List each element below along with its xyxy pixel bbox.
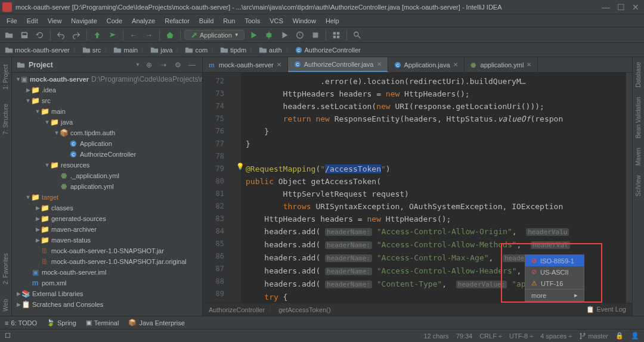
tool-web[interactable]: Web bbox=[2, 294, 9, 316]
tree-app-yml[interactable]: ⬣application.yml bbox=[12, 181, 202, 192]
encoding-option-ascii[interactable]: ⊘US-ASCII bbox=[525, 266, 584, 278]
tab-authorize-controller[interactable]: CAuthorizeController.java✕ bbox=[288, 57, 388, 72]
stop-button[interactable] bbox=[309, 29, 322, 42]
tool-sciview[interactable]: SciView bbox=[633, 170, 644, 201]
tree-generated-sources[interactable]: ▶📁generated-sources bbox=[12, 213, 202, 224]
tool-database[interactable]: Database bbox=[633, 57, 644, 92]
tree-application[interactable]: CApplication bbox=[12, 138, 202, 149]
tree-pkg[interactable]: ▼📦com.tipdm.auth bbox=[12, 128, 202, 138]
encoding-more[interactable]: more▸ bbox=[525, 289, 584, 301]
tree-scratches[interactable]: ▶📋Scratches and Consoles bbox=[12, 299, 202, 310]
save-all-button[interactable] bbox=[18, 29, 31, 42]
menu-view[interactable]: View bbox=[44, 16, 66, 26]
status-git-branch[interactable]: master bbox=[579, 332, 608, 340]
status-line-ending[interactable]: CRLF ÷ bbox=[479, 332, 502, 340]
status-encoding[interactable]: UTF-8 ÷ bbox=[509, 332, 533, 340]
run-button[interactable] bbox=[247, 29, 260, 42]
locate-icon[interactable]: ⊕ bbox=[144, 60, 154, 70]
tree-classes[interactable]: ▶📁classes bbox=[12, 203, 202, 213]
structure-button[interactable] bbox=[330, 29, 343, 42]
settings-icon[interactable]: ⚙ bbox=[172, 60, 183, 70]
collapse-icon[interactable]: ⇢ bbox=[158, 60, 169, 70]
bc-tipdm[interactable]: tipdm bbox=[220, 46, 246, 54]
tree-app-yml-hidden[interactable]: ⬣._application.yml bbox=[12, 170, 202, 181]
tool-structure[interactable]: 7: Structure bbox=[2, 99, 9, 139]
menu-window[interactable]: Window bbox=[289, 16, 320, 26]
close-icon[interactable]: ✕ bbox=[453, 61, 458, 68]
tree-jar1[interactable]: 🗎mock-oauth-server-1.0-SNAPSHOT.jar bbox=[12, 245, 202, 256]
menu-analyze[interactable]: Analyze bbox=[128, 16, 159, 26]
coverage-button[interactable] bbox=[278, 29, 291, 42]
eb-method[interactable]: getAccessToken() bbox=[278, 306, 330, 313]
tree-iml[interactable]: ▣mock-oauth-server.iml bbox=[12, 267, 202, 278]
tree-idea[interactable]: ▶📁.idea bbox=[12, 85, 202, 95]
tool-terminal[interactable]: ▣ Terminal bbox=[86, 319, 119, 327]
search-everywhere-button[interactable] bbox=[351, 29, 364, 42]
bc-file[interactable]: CAuthorizeController bbox=[295, 46, 361, 54]
minimize-button[interactable]: — bbox=[602, 2, 610, 12]
status-lock-icon[interactable]: 🔒 bbox=[615, 332, 624, 340]
tree-pom[interactable]: mpom.xml bbox=[12, 278, 202, 288]
tool-spring[interactable]: 🍃 Spring bbox=[47, 319, 76, 327]
gutter[interactable]: 7273747576777879808182838485868788899091 bbox=[203, 73, 234, 303]
status-hector-icon[interactable]: 👤 bbox=[631, 332, 639, 340]
forward-button[interactable]: → bbox=[143, 29, 156, 42]
menu-vcs[interactable]: VCS bbox=[265, 16, 287, 26]
open-button[interactable] bbox=[2, 29, 16, 42]
tool-bean-validation[interactable]: Bean Validation bbox=[633, 92, 644, 143]
status-icon[interactable]: ☐ bbox=[5, 332, 11, 340]
profile-button[interactable] bbox=[293, 29, 306, 42]
back-button[interactable]: ← bbox=[127, 29, 140, 42]
bc-project[interactable]: mock-oauth-server bbox=[5, 46, 70, 54]
bc-com[interactable]: com bbox=[185, 46, 208, 54]
tree-authorize-controller[interactable]: CAuthorizeController bbox=[12, 149, 202, 160]
bc-java[interactable]: java bbox=[150, 46, 172, 54]
status-position[interactable]: 79:34 bbox=[456, 332, 473, 340]
editor-body[interactable]: 7273747576777879808182838485868788899091… bbox=[203, 73, 632, 303]
encoding-option-utf16[interactable]: ⚠UTF-16 bbox=[525, 278, 584, 289]
close-icon[interactable]: ✕ bbox=[377, 61, 382, 67]
menu-help[interactable]: Help bbox=[321, 16, 343, 26]
project-label[interactable]: Project bbox=[29, 61, 132, 69]
vcs-update-button[interactable] bbox=[91, 29, 104, 42]
tree-java[interactable]: ▼📁java bbox=[12, 117, 202, 128]
status-indent[interactable]: 4 spaces ÷ bbox=[540, 332, 572, 340]
maximize-button[interactable]: ☐ bbox=[617, 2, 625, 12]
tab-application-java[interactable]: CApplication.java✕ bbox=[388, 57, 465, 72]
tab-application-yml[interactable]: ⬣application.yml✕ bbox=[465, 57, 538, 72]
undo-button[interactable] bbox=[54, 29, 67, 42]
menu-edit[interactable]: Edit bbox=[23, 16, 42, 26]
tree-main[interactable]: ▼📁main bbox=[12, 106, 202, 117]
menu-navigate[interactable]: Navigate bbox=[67, 16, 101, 26]
build-button[interactable] bbox=[163, 29, 177, 42]
bc-main[interactable]: main bbox=[113, 46, 138, 54]
event-log-button[interactable]: 📋 Event Log bbox=[586, 306, 626, 313]
tool-java-enterprise[interactable]: 📦 Java Enterprise bbox=[128, 319, 184, 327]
tree-root[interactable]: ▼▣mock-oauth-serverD:\Programing\Code\Id… bbox=[12, 74, 202, 85]
project-tree[interactable]: ▼▣mock-oauth-serverD:\Programing\Code\Id… bbox=[12, 73, 202, 316]
menu-build[interactable]: Build bbox=[195, 16, 218, 26]
menu-tools[interactable]: Tools bbox=[240, 16, 264, 26]
bc-src[interactable]: src bbox=[82, 46, 101, 54]
hide-icon[interactable]: — bbox=[187, 60, 197, 70]
fold-gutter[interactable]: 💡 bbox=[234, 73, 241, 303]
tree-jar2[interactable]: 🗎mock-oauth-server-1.0-SNAPSHOT.jar.orig… bbox=[12, 256, 202, 267]
sync-button[interactable] bbox=[33, 29, 47, 42]
scrollbar[interactable] bbox=[626, 73, 632, 303]
close-icon[interactable]: ✕ bbox=[527, 61, 531, 68]
redo-button[interactable] bbox=[70, 29, 83, 42]
tree-src[interactable]: ▼📁src bbox=[12, 95, 202, 106]
tool-favorites[interactable]: 2: Favorites bbox=[2, 248, 9, 289]
close-button[interactable]: ✕ bbox=[632, 2, 639, 12]
vcs-commit-button[interactable] bbox=[106, 29, 119, 42]
menu-run[interactable]: Run bbox=[219, 16, 239, 26]
bc-auth[interactable]: auth bbox=[259, 46, 281, 54]
debug-button[interactable] bbox=[262, 29, 275, 42]
tool-maven[interactable]: Maven bbox=[633, 143, 644, 170]
menu-code[interactable]: Code bbox=[103, 16, 126, 26]
run-config-select[interactable]: Application ▼ bbox=[184, 30, 244, 40]
tool-todo[interactable]: ≡ 6: TODO bbox=[5, 319, 37, 327]
menu-file[interactable]: File bbox=[2, 16, 21, 26]
tool-project[interactable]: 1: Project bbox=[2, 60, 9, 94]
tree-resources[interactable]: ▼📁resources bbox=[12, 160, 202, 170]
